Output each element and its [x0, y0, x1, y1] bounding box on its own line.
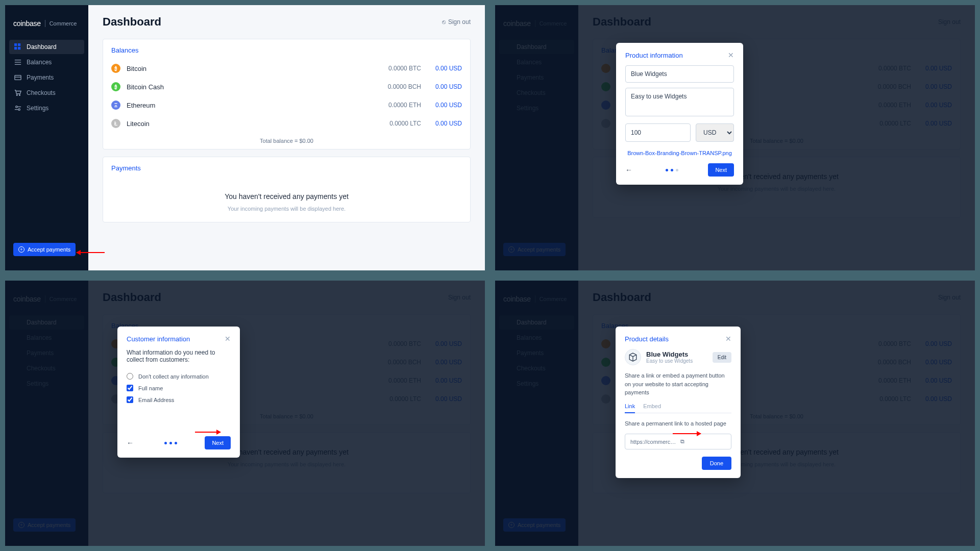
sidebar: coinbase Commerce Dashboard Balances Pay…	[5, 5, 88, 270]
cart-icon	[14, 89, 21, 96]
product-name: Blue Widgets	[646, 350, 713, 358]
payments-card: Payments You haven't received any paymen…	[103, 157, 471, 222]
tabs: Link Embed	[625, 403, 731, 413]
step-dots	[666, 169, 678, 171]
svg-rect-7	[15, 76, 21, 80]
svg-rect-0	[14, 43, 17, 46]
accept-payments-button[interactable]: +Accept payments	[13, 243, 76, 256]
list-icon	[14, 59, 21, 66]
sidebar-item-balances[interactable]: Balances	[9, 55, 84, 69]
toggles-icon	[14, 105, 21, 112]
svg-point-10	[19, 95, 20, 96]
currency-select[interactable]: USD	[696, 123, 734, 142]
share-text: Share a link or embed a payment button o…	[625, 371, 731, 397]
radio-input[interactable]	[127, 373, 133, 380]
option-no-collect[interactable]: Don't collect any information	[127, 370, 231, 382]
step-dots	[164, 442, 177, 444]
brand-product: Commerce	[50, 20, 77, 27]
screenshot-dashboard: coinbase Commerce Dashboard Balances Pay…	[5, 5, 485, 270]
screenshot-customer-info: coinbaseCommerceDashboardBalancesPayment…	[5, 281, 485, 546]
bitcoin-icon: ₿	[111, 64, 120, 73]
modal-title: Product information	[625, 52, 683, 59]
back-arrow-icon[interactable]: ←	[127, 439, 137, 447]
nav-label: Payments	[27, 74, 54, 81]
checkbox-input[interactable]	[127, 385, 133, 391]
question-text: What information do you need to collect …	[127, 349, 231, 363]
product-info-modal: Product information✕ Easy to use Widgets…	[616, 43, 743, 185]
nav-list: Dashboard Balances Payments Checkouts Se…	[5, 38, 88, 118]
annotation-arrow	[195, 432, 220, 433]
nav-label: Dashboard	[27, 43, 57, 51]
tab-embed[interactable]: Embed	[643, 403, 661, 413]
card-icon	[14, 74, 21, 81]
total-balance: Total balance = $0.00	[103, 133, 470, 149]
price-input[interactable]	[625, 123, 691, 142]
option-email[interactable]: Email Address	[127, 394, 231, 406]
svg-point-13	[18, 109, 20, 111]
litecoin-icon: Ł	[111, 119, 120, 128]
signout-icon: ⎋	[442, 18, 446, 26]
balances-card: Balances ₿Bitcoin0.0000 BTC0.00 USD ₿Bit…	[103, 39, 471, 149]
copy-icon[interactable]: ⧉	[680, 438, 726, 445]
nav-label: Balances	[27, 59, 52, 66]
empty-payments-title: You haven't received any payments yet	[103, 192, 470, 201]
brand-logo: coinbase Commerce	[5, 19, 88, 38]
product-thumb-icon	[625, 349, 641, 365]
balance-row: ₿Bitcoin0.0000 BTC0.00 USD	[103, 59, 470, 78]
annotation-arrow	[673, 433, 701, 434]
product-details-modal: Product details✕ Blue Widgets Easy to us…	[616, 327, 741, 478]
tab-link[interactable]: Link	[625, 403, 635, 413]
balance-row: ₿Bitcoin Cash0.0000 BCH0.00 USD	[103, 78, 470, 96]
close-icon[interactable]: ✕	[728, 51, 734, 59]
uploaded-file-link[interactable]: Brown-Box-Branding-Brown-TRANSP.png	[625, 147, 734, 158]
modal-overlay	[5, 281, 485, 546]
link-url: https://commerce.coinbase.com/checkout/d…	[630, 439, 676, 445]
product-name-input[interactable]	[625, 65, 734, 83]
empty-payments-sub: Your incoming payments will be displayed…	[103, 206, 470, 212]
bitcoin-cash-icon: ₿	[111, 82, 120, 91]
customer-info-modal: Customer information✕ What information d…	[117, 327, 240, 458]
brand-name: coinbase	[13, 19, 41, 28]
close-icon[interactable]: ✕	[225, 335, 231, 343]
back-arrow-icon[interactable]: ←	[625, 166, 635, 174]
option-full-name[interactable]: Full name	[127, 382, 231, 394]
grid-icon	[14, 43, 21, 51]
sidebar-item-dashboard[interactable]: Dashboard	[9, 40, 84, 54]
edit-button[interactable]: Edit	[713, 352, 731, 363]
link-field[interactable]: https://commerce.coinbase.com/checkout/d…	[625, 434, 731, 449]
balances-title: Balances	[103, 39, 470, 59]
modal-title: Customer information	[127, 335, 190, 343]
product-desc: Easy to use Widgets	[646, 358, 713, 364]
link-label: Share a permanent link to a hosted page	[625, 419, 731, 428]
next-button[interactable]: Next	[205, 436, 231, 449]
page-title: Dashboard	[103, 15, 161, 29]
next-button[interactable]: Next	[708, 163, 734, 177]
sign-out-link[interactable]: ⎋Sign out	[442, 18, 471, 26]
sidebar-item-payments[interactable]: Payments	[9, 70, 84, 85]
screenshot-product-info: coinbaseCommerceDashboardBalancesPayment…	[495, 5, 975, 270]
close-icon[interactable]: ✕	[725, 335, 731, 343]
plus-circle-icon: +	[18, 246, 24, 253]
svg-rect-2	[14, 47, 17, 49]
sidebar-item-settings[interactable]: Settings	[9, 101, 84, 115]
main-content: Dashboard ⎋Sign out Balances ₿Bitcoin0.0…	[88, 5, 485, 270]
svg-point-11	[16, 106, 18, 108]
ethereum-icon: Ξ	[111, 101, 120, 110]
balance-row: ΞEthereum0.0000 ETH0.00 USD	[103, 96, 470, 114]
nav-label: Checkouts	[27, 89, 56, 96]
sidebar-item-checkouts[interactable]: Checkouts	[9, 86, 84, 100]
svg-point-9	[16, 95, 17, 96]
modal-title: Product details	[625, 335, 669, 343]
product-desc-input[interactable]: Easy to use Widgets	[625, 88, 734, 116]
annotation-arrow	[77, 252, 105, 253]
payments-title: Payments	[103, 157, 470, 177]
screenshot-product-details: coinbaseCommerceDashboardBalancesPayment…	[495, 281, 975, 546]
svg-rect-1	[18, 43, 20, 46]
done-button[interactable]: Done	[702, 457, 731, 470]
checkbox-input[interactable]	[127, 396, 133, 403]
balance-row: ŁLitecoin0.0000 LTC0.00 USD	[103, 114, 470, 133]
svg-rect-3	[18, 47, 20, 49]
nav-label: Settings	[27, 105, 48, 112]
